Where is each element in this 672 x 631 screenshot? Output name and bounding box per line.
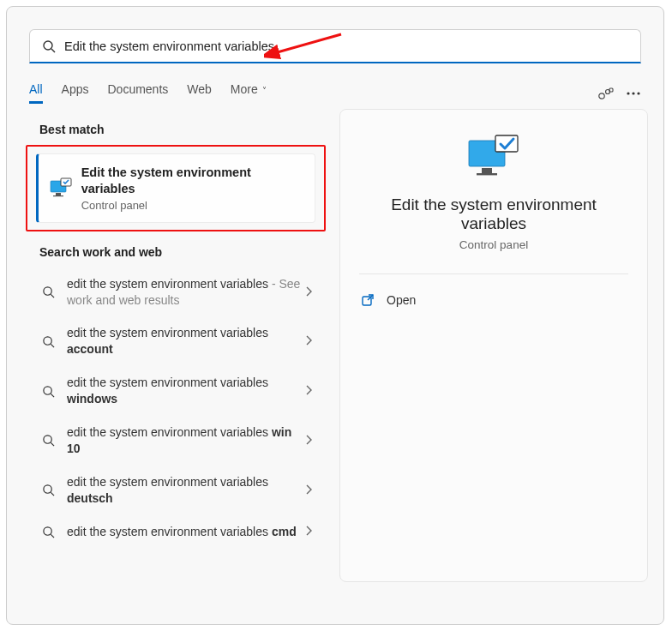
svg-point-6 [627,92,629,94]
suggestion-text: edit the system environment variables de… [67,474,305,507]
best-match-title: Edit the system environment variables [81,165,306,197]
tab-documents[interactable]: Documents [107,82,168,104]
best-match-result[interactable]: Edit the system environment variables Co… [36,153,315,223]
chevron-right-icon [305,433,312,448]
suggestion-text: edit the system environment variables - … [67,276,305,309]
svg-rect-27 [482,168,492,173]
svg-point-19 [43,436,51,443]
svg-line-20 [51,443,54,447]
tab-label: Web [187,82,212,96]
svg-line-24 [51,534,54,538]
search-window: All Apps Documents Web More ˅ Best match [6,6,664,625]
svg-rect-11 [53,195,63,196]
tab-label: More [231,82,258,96]
more-icon[interactable] [626,87,641,100]
svg-point-13 [43,287,51,295]
search-icon [38,526,58,538]
search-web-heading: Search work and web [39,245,327,259]
tab-label: All [29,82,43,96]
suggestion-item[interactable]: edit the system environment variables wi… [22,416,327,466]
tab-label: Apps [62,82,89,96]
svg-line-2 [51,49,55,52]
chevron-right-icon [305,483,312,498]
suggestion-item[interactable]: edit the system environment variables ac… [22,316,327,366]
svg-line-31 [368,295,373,300]
chevron-right-icon [305,285,312,300]
svg-point-21 [43,485,51,493]
detail-subtitle: Control panel [359,238,628,251]
svg-rect-29 [495,135,518,152]
svg-rect-5 [609,88,613,92]
suggestion-text: edit the system environment variables ac… [67,325,305,358]
monitor-check-icon [47,177,75,198]
search-icon [38,285,58,298]
svg-point-3 [599,93,604,98]
search-icon [38,385,58,398]
search-input[interactable] [64,39,628,53]
svg-line-16 [51,344,54,347]
best-match-subtitle: Control panel [81,199,306,212]
svg-rect-10 [56,193,61,195]
annotation-highlight-box: Edit the system environment variables Co… [26,145,326,231]
suggestion-item[interactable]: edit the system environment variables wi… [22,366,327,416]
tab-apps[interactable]: Apps [62,82,89,104]
open-action[interactable]: Open [359,290,628,310]
monitor-check-icon-large [359,132,628,180]
chevron-right-icon [305,334,312,349]
chevron-right-icon [305,524,312,539]
svg-line-22 [51,493,54,496]
open-external-icon [361,293,375,307]
search-bar[interactable] [29,29,641,63]
suggestion-text: edit the system environment variables cm… [67,524,305,540]
chevron-down-icon: ˅ [260,86,267,95]
tab-web[interactable]: Web [187,82,212,104]
open-label: Open [387,293,416,307]
svg-point-8 [637,92,639,94]
svg-line-18 [51,394,54,397]
suggestion-text: edit the system environment variables wi… [67,375,305,407]
svg-line-14 [51,294,54,297]
svg-point-17 [43,387,51,394]
svg-point-15 [43,337,51,345]
details-panel: Edit the system environment variables Co… [339,109,648,582]
org-icon[interactable] [597,87,614,100]
filter-tabs: All Apps Documents Web More ˅ [29,82,597,104]
tab-label: Documents [107,82,168,96]
search-icon [42,39,56,53]
divider [359,273,628,274]
tab-all[interactable]: All [29,82,43,104]
svg-point-23 [43,526,51,534]
svg-point-7 [632,92,634,94]
svg-rect-28 [477,173,497,175]
detail-title: Edit the system environment variables [359,195,628,233]
suggestion-text: edit the system environment variables wi… [67,424,305,457]
tab-more[interactable]: More ˅ [231,82,267,104]
search-icon [38,335,58,348]
search-icon [38,434,58,447]
suggestion-item[interactable]: edit the system environment variables - … [22,267,327,317]
best-match-heading: Best match [39,123,327,136]
chevron-right-icon [305,383,312,399]
suggestion-item[interactable]: edit the system environment variables cm… [22,515,327,549]
suggestion-item[interactable]: edit the system environment variables de… [22,466,327,515]
search-icon [38,484,58,496]
svg-point-1 [44,41,52,50]
